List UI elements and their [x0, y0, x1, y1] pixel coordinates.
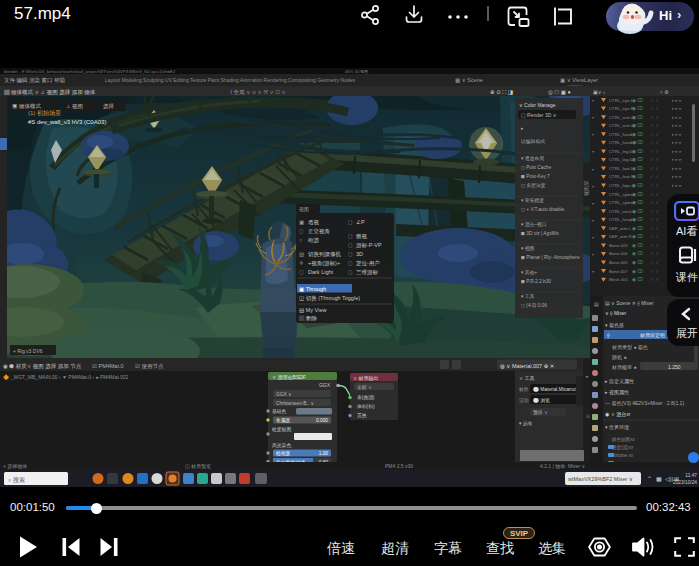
- svg-text:▦: ▦: [656, 476, 662, 482]
- svg-text:▦ 物体模式 ∨ ∠ 视图 选择 添加 物体: ▦ 物体模式 ∨ ∠ 视图 选择 添加 物体: [3, 89, 96, 96]
- svg-text:▾: ▾: [592, 132, 594, 137]
- svg-text:✓ ✓: ✓ ✓: [650, 183, 659, 188]
- svg-text:1.250: 1.250: [668, 364, 681, 370]
- svg-text:Bone.007: Bone.007: [609, 269, 628, 274]
- svg-text:▣: ▣: [299, 219, 304, 225]
- svg-text:GGX ∨: GGX ∨: [276, 392, 292, 397]
- svg-text:◼ P.R.2.2.b30: ◼ P.R.2.2.b30: [521, 279, 551, 284]
- svg-text:◉ ↀ: ◉ ↀ: [632, 183, 643, 188]
- svg-text:CTRL_eye.R: CTRL_eye.R: [609, 106, 634, 111]
- svg-text:◻: ◻: [348, 219, 353, 225]
- svg-text:▾ 世界环境: ▾ 世界环境: [605, 424, 629, 431]
- svg-text:▾: ▾: [592, 184, 594, 189]
- svg-text:✓ ✓: ✓ ✓: [650, 123, 659, 128]
- svg-text:— 着色(V3) 4E2V3+Mixer · 2.8(1.: — 着色(V3) 4E2V3+Mixer · 2.8(1.1): [605, 400, 684, 406]
- svg-text:+视角(游标)+: +视角(游标)+: [308, 260, 340, 267]
- svg-text:PM4 2.5 v30: PM4 2.5 v30: [385, 463, 413, 469]
- svg-text:◼ 3D viz | AgxMix: ◼ 3D viz | AgxMix: [521, 231, 560, 236]
- svg-text:◫ 切换 (Through Toggle): ◫ 切换 (Through Toggle): [299, 295, 360, 302]
- svg-text:视图: 视图: [299, 206, 309, 213]
- svg-text:1.00: 1.00: [319, 451, 329, 456]
- svg-text:透视: 透视: [308, 219, 320, 226]
- svg-text:◉ ↀ: ◉ ↀ: [632, 226, 643, 231]
- svg-text:✓ ✓: ✓ ✓: [650, 166, 659, 171]
- svg-text:∨ 工具: ∨ 工具: [519, 375, 535, 381]
- svg-text:材质: 材质: [518, 386, 529, 393]
- svg-text:◉ ↀ: ◉ ↀ: [632, 106, 643, 111]
- svg-text:▾ 视图: ▾ 视图: [521, 245, 535, 252]
- svg-text:▤ ∨ Scene ✕ ⟠ Mixer: ▤ ∨ Scene ✕ ⟠ Mixer: [605, 300, 654, 307]
- svg-text:CTRL_hips.0: CTRL_hips.0: [609, 183, 635, 188]
- svg-text:✓ ✓: ✓ ✓: [650, 200, 659, 205]
- svg-text:◉ ↀ: ◉ ↀ: [632, 217, 643, 222]
- svg-text:▸ ▸ ▸: ▸ ▸ ▸: [672, 115, 682, 120]
- svg-text:▣∨ ⌕: ▣∨ ⌕: [593, 89, 606, 95]
- svg-text:文件 编辑 渲染 窗口 帮助: 文件 编辑 渲染 窗口 帮助: [4, 77, 66, 84]
- svg-text:◉ ∨ 混合xr: ◉ ∨ 混合xr: [605, 411, 631, 418]
- svg-text:切换到摄像机: 切换到摄像机: [308, 251, 342, 258]
- svg-text:▾ 通道布局: ▾ 通道布局: [521, 155, 544, 162]
- svg-text:基础色: 基础色: [272, 409, 287, 414]
- svg-text:◉ ↀ: ◉ ↀ: [632, 260, 643, 265]
- svg-text:▸ ▸ ▸: ▸ ▸ ▸: [672, 106, 682, 111]
- svg-text:◉ ↀ: ◉ ↀ: [632, 277, 643, 282]
- svg-text:⚪ 浏览: ⚪ 浏览: [533, 397, 550, 404]
- svg-text:▾: ▾: [592, 235, 594, 240]
- svg-text:Dark Light: Dark Light: [308, 269, 334, 275]
- svg-text:▾ 着色器: ▾ 着色器: [605, 322, 624, 328]
- svg-text:✓ ✓: ✓ ✓: [650, 157, 659, 162]
- svg-text:Christensen-B.. ∨: Christensen-B.. ∨: [276, 401, 314, 406]
- svg-text:🔶 _WGT_MB_MAIN.00 › ▼ PM4Mat.: 🔶 _WGT_MB_MAIN.00 › ▼ PM4Mat.0 › ● PM4Ma…: [3, 374, 129, 381]
- svg-text:◉ ↀ: ◉ ↀ: [632, 98, 643, 103]
- svg-text:▸ ▸ ▸: ▸ ▸ ▸: [672, 98, 682, 103]
- svg-text:◻: ◻: [348, 269, 353, 275]
- svg-text:▾: ▾: [592, 269, 594, 274]
- svg-text:◉ ↀ: ◉ ↀ: [632, 157, 643, 162]
- svg-text:Mesh.001: Mesh.001: [609, 277, 628, 282]
- svg-text:▤: ▤: [594, 301, 599, 307]
- svg-text:✓ ✓: ✓ ✓: [650, 106, 659, 111]
- svg-text:◉ ↀ: ◉ ↀ: [632, 192, 643, 197]
- svg-text:以编辑模式: 以编辑模式: [521, 139, 545, 144]
- svg-text:✓ ✓: ✓ ✓: [650, 209, 659, 214]
- svg-text:◉ ↀ: ◉ ↀ: [632, 132, 643, 137]
- svg-text:体积(积): 体积(积): [356, 404, 375, 409]
- svg-text:选择: 选择: [103, 103, 115, 110]
- svg-text:◉ ↀ: ◉ ↀ: [632, 209, 643, 214]
- svg-text:∠P: ∠P: [356, 219, 365, 225]
- svg-text:46% 3D视图: 46% 3D视图: [345, 69, 368, 74]
- svg-text:∨ ⟠ Mixer: ∨ ⟠ Mixer: [605, 310, 626, 317]
- svg-text:⊕ ⊙ ⛶ ◨: ⊕ ⊙ ⛶ ◨: [490, 89, 513, 95]
- svg-text:表(曲)面: 表(曲)面: [357, 394, 375, 400]
- svg-text:✓ ✓: ✓ ✓: [650, 269, 659, 274]
- svg-text:⊥ 视图: ⊥ 视图: [66, 103, 83, 110]
- svg-text:高光染色: 高光染色: [272, 442, 291, 449]
- svg-text:▸ ▸ ▸: ▸ ▸ ▸: [672, 132, 682, 137]
- svg-text:DEF_arm.R: DEF_arm.R: [609, 234, 632, 239]
- svg-text:✓ ✓: ✓ ✓: [650, 115, 659, 120]
- svg-text:◻ (4.0) 0.06: ◻ (4.0) 0.06: [521, 303, 547, 308]
- svg-text:游标-P-VP: 游标-P-VP: [356, 242, 382, 249]
- svg-text:∨ Color Manage: ∨ Color Manage: [519, 102, 556, 108]
- svg-text:预设 ∨: 预设 ∨: [533, 409, 548, 416]
- svg-text:✓ ✓: ✓ ✓: [650, 226, 659, 231]
- svg-text:✓ ✓: ✓ ✓: [650, 260, 659, 265]
- svg-text:◉ ↀ: ◉ ↀ: [632, 200, 643, 205]
- svg-text:▾ 混合–视口: ▾ 混合–视口: [521, 221, 547, 228]
- svg-text:◉ ⬢ 材质∨ 视图 选择 添加 节点: ◉ ⬢ 材质∨ 视图 选择 添加 节点: [3, 363, 82, 370]
- svg-text:▸ 自定义属性: ▸ 自定义属性: [605, 378, 634, 385]
- svg-text:✓ ✓: ✓ ✓: [650, 251, 659, 256]
- svg-text:▾: ▾: [592, 115, 594, 120]
- svg-text:✓ ✓: ✓ ✓: [650, 234, 659, 239]
- svg-text:CTRL_foot.R: CTRL_foot.R: [609, 174, 634, 179]
- svg-text:wtMaxVX29%BF2 Mixer ∨: wtMaxVX29%BF2 Mixer ∨: [567, 476, 633, 482]
- svg-text:◫ 材质预览: ◫ 材质预览: [185, 463, 211, 470]
- svg-text:∨ 原理化BSDF: ∨ 原理化BSDF: [272, 374, 306, 381]
- svg-text:▾: ▾: [592, 149, 594, 154]
- svg-text:侧视: 侧视: [355, 233, 368, 240]
- svg-text:▣ ∨ ViewLayer: ▣ ∨ ViewLayer: [560, 77, 598, 83]
- svg-text:金属度: 金属度: [276, 417, 291, 424]
- svg-text:◻: ◻: [348, 260, 353, 266]
- svg-text:✓ ✓: ✓ ✓: [650, 277, 659, 282]
- svg-text:▥ 删除: ▥ 删除: [299, 315, 318, 322]
